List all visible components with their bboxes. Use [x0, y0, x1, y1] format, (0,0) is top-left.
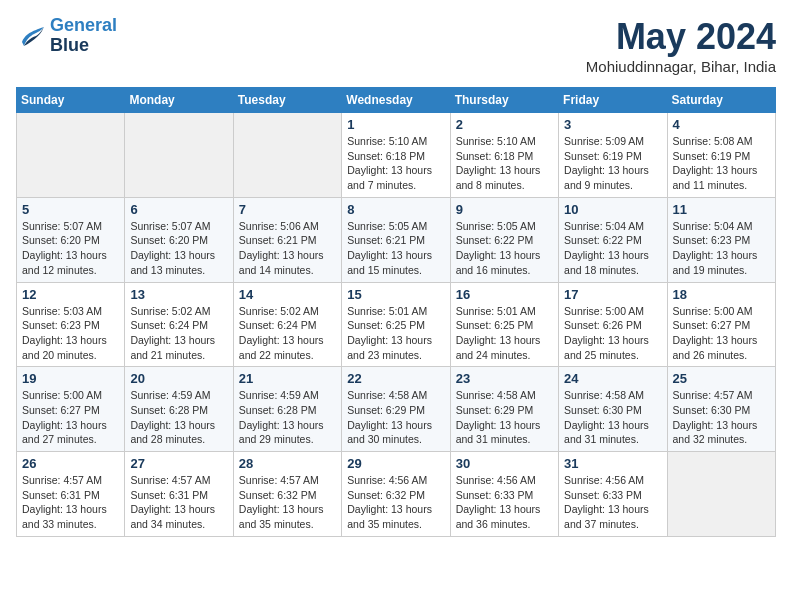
- weekday-header: Monday: [125, 88, 233, 113]
- title-block: May 2024 Mohiuddinnagar, Bihar, India: [586, 16, 776, 75]
- calendar-cell: 29Sunrise: 4:56 AM Sunset: 6:32 PM Dayli…: [342, 452, 450, 537]
- day-number: 2: [456, 117, 553, 132]
- calendar-cell: [233, 113, 341, 198]
- day-number: 9: [456, 202, 553, 217]
- weekday-header: Sunday: [17, 88, 125, 113]
- calendar-cell: 25Sunrise: 4:57 AM Sunset: 6:30 PM Dayli…: [667, 367, 775, 452]
- weekday-header: Friday: [559, 88, 667, 113]
- day-info: Sunrise: 5:01 AM Sunset: 6:25 PM Dayligh…: [456, 304, 553, 363]
- calendar-cell: 12Sunrise: 5:03 AM Sunset: 6:23 PM Dayli…: [17, 282, 125, 367]
- weekday-header: Wednesday: [342, 88, 450, 113]
- weekday-header: Thursday: [450, 88, 558, 113]
- day-info: Sunrise: 5:04 AM Sunset: 6:22 PM Dayligh…: [564, 219, 661, 278]
- day-number: 8: [347, 202, 444, 217]
- weekday-header: Saturday: [667, 88, 775, 113]
- calendar-week-row: 26Sunrise: 4:57 AM Sunset: 6:31 PM Dayli…: [17, 452, 776, 537]
- month-year-title: May 2024: [586, 16, 776, 58]
- day-info: Sunrise: 4:57 AM Sunset: 6:31 PM Dayligh…: [130, 473, 227, 532]
- day-info: Sunrise: 4:56 AM Sunset: 6:33 PM Dayligh…: [564, 473, 661, 532]
- day-number: 5: [22, 202, 119, 217]
- day-number: 22: [347, 371, 444, 386]
- calendar-cell: 28Sunrise: 4:57 AM Sunset: 6:32 PM Dayli…: [233, 452, 341, 537]
- calendar-cell: 4Sunrise: 5:08 AM Sunset: 6:19 PM Daylig…: [667, 113, 775, 198]
- calendar-cell: 16Sunrise: 5:01 AM Sunset: 6:25 PM Dayli…: [450, 282, 558, 367]
- calendar-cell: 27Sunrise: 4:57 AM Sunset: 6:31 PM Dayli…: [125, 452, 233, 537]
- calendar-cell: 18Sunrise: 5:00 AM Sunset: 6:27 PM Dayli…: [667, 282, 775, 367]
- day-number: 26: [22, 456, 119, 471]
- day-number: 6: [130, 202, 227, 217]
- day-info: Sunrise: 4:58 AM Sunset: 6:29 PM Dayligh…: [347, 388, 444, 447]
- calendar-cell: 14Sunrise: 5:02 AM Sunset: 6:24 PM Dayli…: [233, 282, 341, 367]
- day-number: 7: [239, 202, 336, 217]
- page-header: General Blue May 2024 Mohiuddinnagar, Bi…: [16, 16, 776, 75]
- day-info: Sunrise: 4:59 AM Sunset: 6:28 PM Dayligh…: [130, 388, 227, 447]
- day-info: Sunrise: 4:58 AM Sunset: 6:30 PM Dayligh…: [564, 388, 661, 447]
- calendar-cell: 6Sunrise: 5:07 AM Sunset: 6:20 PM Daylig…: [125, 197, 233, 282]
- day-number: 21: [239, 371, 336, 386]
- calendar-cell: 5Sunrise: 5:07 AM Sunset: 6:20 PM Daylig…: [17, 197, 125, 282]
- calendar-cell: 24Sunrise: 4:58 AM Sunset: 6:30 PM Dayli…: [559, 367, 667, 452]
- calendar-cell: 30Sunrise: 4:56 AM Sunset: 6:33 PM Dayli…: [450, 452, 558, 537]
- day-info: Sunrise: 4:57 AM Sunset: 6:30 PM Dayligh…: [673, 388, 770, 447]
- day-number: 29: [347, 456, 444, 471]
- calendar-week-row: 1Sunrise: 5:10 AM Sunset: 6:18 PM Daylig…: [17, 113, 776, 198]
- calendar-cell: 22Sunrise: 4:58 AM Sunset: 6:29 PM Dayli…: [342, 367, 450, 452]
- day-number: 30: [456, 456, 553, 471]
- day-number: 23: [456, 371, 553, 386]
- calendar-cell: 9Sunrise: 5:05 AM Sunset: 6:22 PM Daylig…: [450, 197, 558, 282]
- calendar-body: 1Sunrise: 5:10 AM Sunset: 6:18 PM Daylig…: [17, 113, 776, 537]
- day-info: Sunrise: 5:04 AM Sunset: 6:23 PM Dayligh…: [673, 219, 770, 278]
- day-number: 27: [130, 456, 227, 471]
- calendar-cell: 10Sunrise: 5:04 AM Sunset: 6:22 PM Dayli…: [559, 197, 667, 282]
- day-number: 1: [347, 117, 444, 132]
- day-info: Sunrise: 5:00 AM Sunset: 6:27 PM Dayligh…: [22, 388, 119, 447]
- day-info: Sunrise: 5:02 AM Sunset: 6:24 PM Dayligh…: [239, 304, 336, 363]
- calendar-table: SundayMondayTuesdayWednesdayThursdayFrid…: [16, 87, 776, 537]
- day-info: Sunrise: 4:57 AM Sunset: 6:31 PM Dayligh…: [22, 473, 119, 532]
- day-info: Sunrise: 5:00 AM Sunset: 6:26 PM Dayligh…: [564, 304, 661, 363]
- logo-text: General Blue: [50, 16, 117, 56]
- day-info: Sunrise: 5:00 AM Sunset: 6:27 PM Dayligh…: [673, 304, 770, 363]
- day-info: Sunrise: 5:09 AM Sunset: 6:19 PM Dayligh…: [564, 134, 661, 193]
- day-number: 24: [564, 371, 661, 386]
- calendar-week-row: 5Sunrise: 5:07 AM Sunset: 6:20 PM Daylig…: [17, 197, 776, 282]
- calendar-header: SundayMondayTuesdayWednesdayThursdayFrid…: [17, 88, 776, 113]
- day-number: 12: [22, 287, 119, 302]
- day-info: Sunrise: 5:08 AM Sunset: 6:19 PM Dayligh…: [673, 134, 770, 193]
- day-info: Sunrise: 5:05 AM Sunset: 6:22 PM Dayligh…: [456, 219, 553, 278]
- calendar-cell: 15Sunrise: 5:01 AM Sunset: 6:25 PM Dayli…: [342, 282, 450, 367]
- calendar-cell: 26Sunrise: 4:57 AM Sunset: 6:31 PM Dayli…: [17, 452, 125, 537]
- day-number: 4: [673, 117, 770, 132]
- day-info: Sunrise: 5:07 AM Sunset: 6:20 PM Dayligh…: [22, 219, 119, 278]
- calendar-cell: 11Sunrise: 5:04 AM Sunset: 6:23 PM Dayli…: [667, 197, 775, 282]
- day-info: Sunrise: 4:56 AM Sunset: 6:33 PM Dayligh…: [456, 473, 553, 532]
- calendar-cell: 19Sunrise: 5:00 AM Sunset: 6:27 PM Dayli…: [17, 367, 125, 452]
- day-number: 20: [130, 371, 227, 386]
- calendar-cell: 8Sunrise: 5:05 AM Sunset: 6:21 PM Daylig…: [342, 197, 450, 282]
- calendar-cell: [667, 452, 775, 537]
- day-info: Sunrise: 4:59 AM Sunset: 6:28 PM Dayligh…: [239, 388, 336, 447]
- day-info: Sunrise: 5:05 AM Sunset: 6:21 PM Dayligh…: [347, 219, 444, 278]
- weekday-header: Tuesday: [233, 88, 341, 113]
- day-number: 17: [564, 287, 661, 302]
- day-number: 11: [673, 202, 770, 217]
- day-number: 14: [239, 287, 336, 302]
- day-number: 18: [673, 287, 770, 302]
- calendar-cell: 23Sunrise: 4:58 AM Sunset: 6:29 PM Dayli…: [450, 367, 558, 452]
- calendar-cell: 31Sunrise: 4:56 AM Sunset: 6:33 PM Dayli…: [559, 452, 667, 537]
- day-number: 16: [456, 287, 553, 302]
- day-info: Sunrise: 5:10 AM Sunset: 6:18 PM Dayligh…: [347, 134, 444, 193]
- calendar-cell: [17, 113, 125, 198]
- day-number: 31: [564, 456, 661, 471]
- day-number: 25: [673, 371, 770, 386]
- day-info: Sunrise: 5:02 AM Sunset: 6:24 PM Dayligh…: [130, 304, 227, 363]
- calendar-cell: 20Sunrise: 4:59 AM Sunset: 6:28 PM Dayli…: [125, 367, 233, 452]
- logo-icon: [16, 22, 46, 50]
- location-subtitle: Mohiuddinnagar, Bihar, India: [586, 58, 776, 75]
- calendar-week-row: 12Sunrise: 5:03 AM Sunset: 6:23 PM Dayli…: [17, 282, 776, 367]
- day-info: Sunrise: 4:57 AM Sunset: 6:32 PM Dayligh…: [239, 473, 336, 532]
- day-info: Sunrise: 5:07 AM Sunset: 6:20 PM Dayligh…: [130, 219, 227, 278]
- day-info: Sunrise: 5:03 AM Sunset: 6:23 PM Dayligh…: [22, 304, 119, 363]
- day-info: Sunrise: 5:06 AM Sunset: 6:21 PM Dayligh…: [239, 219, 336, 278]
- day-number: 28: [239, 456, 336, 471]
